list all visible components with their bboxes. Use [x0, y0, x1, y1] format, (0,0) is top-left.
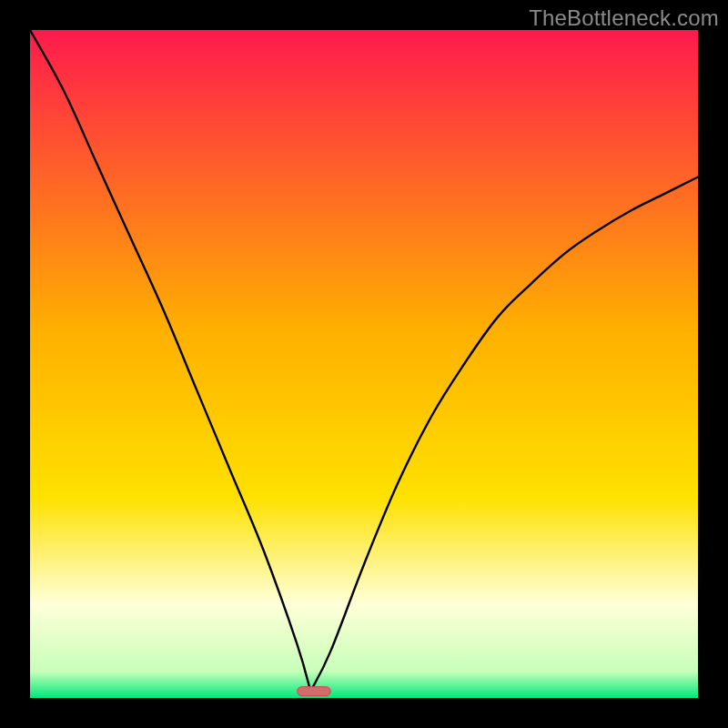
- gradient-background: [30, 30, 698, 698]
- chart-frame: TheBottleneck.com: [0, 0, 728, 728]
- bottleneck-chart: [30, 30, 698, 698]
- watermark-text: TheBottleneck.com: [529, 5, 719, 31]
- minimum-marker: [298, 687, 331, 696]
